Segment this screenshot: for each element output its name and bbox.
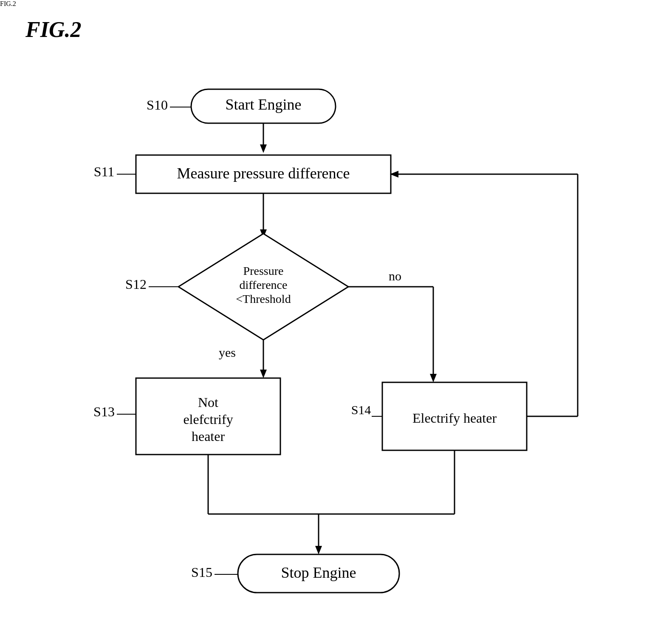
svg-text:Measure pressure difference: Measure pressure difference <box>177 165 350 182</box>
svg-text:S12: S12 <box>125 277 147 292</box>
svg-marker-20 <box>260 370 267 378</box>
svg-text:Stop Engine: Stop Engine <box>281 564 356 581</box>
svg-text:Not: Not <box>198 395 218 410</box>
svg-marker-39 <box>315 546 322 554</box>
svg-text:S14: S14 <box>351 403 371 417</box>
svg-text:S11: S11 <box>94 164 115 179</box>
svg-text:no: no <box>389 269 401 283</box>
svg-text:heater: heater <box>192 429 225 444</box>
svg-text:S13: S13 <box>93 404 115 419</box>
figure-title: FIG.2 <box>25 17 81 42</box>
svg-text:yes: yes <box>219 345 236 359</box>
svg-text:<Threshold: <Threshold <box>236 292 291 305</box>
svg-marker-30 <box>430 374 437 382</box>
svg-text:Pressure: Pressure <box>243 264 284 277</box>
svg-text:Start Engine: Start Engine <box>226 96 302 113</box>
svg-text:difference: difference <box>240 278 288 291</box>
svg-text:S15: S15 <box>191 565 212 580</box>
flowchart-diagram: Start Engine S10 Measure pressure differ… <box>25 51 663 620</box>
page-title: FIG.2 <box>0 0 672 8</box>
svg-text:S10: S10 <box>147 97 168 113</box>
svg-text:elefctrify: elefctrify <box>183 412 233 427</box>
svg-marker-5 <box>260 144 267 153</box>
svg-text:Electrify heater: Electrify heater <box>412 410 497 426</box>
